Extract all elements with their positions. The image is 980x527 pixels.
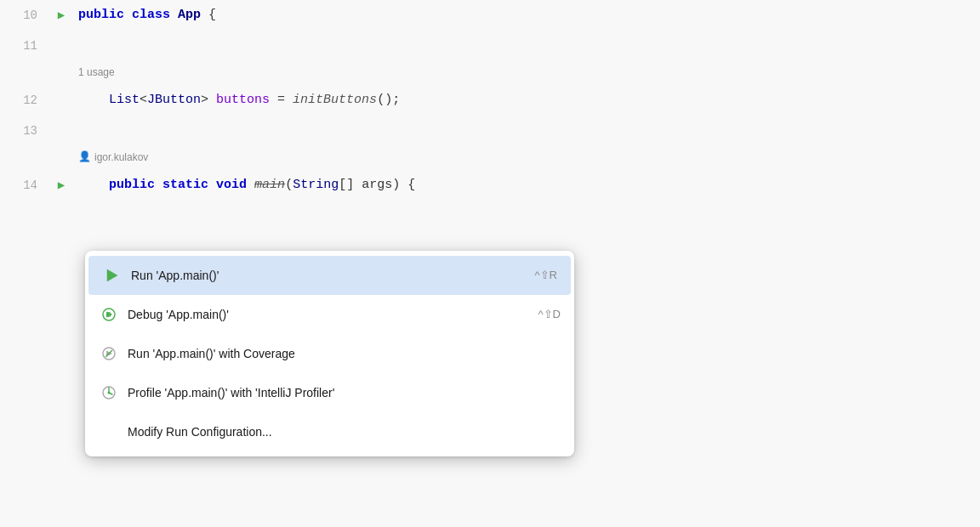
run-gutter-10[interactable]: ▶ <box>51 6 71 25</box>
user-icon: 👤 <box>78 150 91 166</box>
line-number-13: 13 <box>0 122 51 140</box>
line-number-11: 11 <box>0 37 51 55</box>
modify-icon <box>99 422 119 442</box>
menu-run-label: Run 'App.main()' <box>131 266 518 285</box>
menu-debug-label: Debug 'App.main()' <box>128 305 521 324</box>
code-line-11: 11 <box>0 31 980 61</box>
code-editor: 10 ▶ public class App { 11 1 usage 12 Li… <box>0 0 980 527</box>
svg-point-7 <box>108 392 111 394</box>
menu-item-debug[interactable]: Debug 'App.main()' ^⇧D <box>85 295 574 334</box>
line-number-12: 12 <box>0 91 51 110</box>
menu-item-run[interactable]: Run 'App.main()' ^⇧R <box>88 256 571 295</box>
code-text-14: public static void main(String[] args) { <box>71 175 415 196</box>
menu-run-shortcut: ^⇧R <box>535 267 558 285</box>
user-annotation-text: igor.kulakov <box>94 150 148 166</box>
coverage-icon <box>99 343 119 364</box>
usage-annotation: 1 usage <box>0 61 980 85</box>
debug-icon <box>99 304 119 325</box>
menu-profiler-label: Profile 'App.main()' with 'IntelliJ Prof… <box>128 383 561 402</box>
usage-annotation-text: 1 usage <box>78 65 115 81</box>
code-line-12: 12 List<JButton> buttons = initButtons()… <box>0 85 980 116</box>
line-number-14: 14 <box>0 176 51 195</box>
menu-item-profiler[interactable]: Profile 'App.main()' with 'IntelliJ Prof… <box>85 373 574 412</box>
line-number-10: 10 <box>0 6 51 25</box>
menu-coverage-label: Run 'App.main()' with Coverage <box>128 344 561 363</box>
context-menu: Run 'App.main()' ^⇧R Debug 'App.main()' … <box>85 251 574 456</box>
svg-marker-0 <box>107 269 117 281</box>
code-text-12: List<JButton> buttons = initButtons(); <box>71 90 400 110</box>
play-icon <box>102 265 122 286</box>
profiler-icon <box>99 382 119 403</box>
run-gutter-14[interactable]: ▶ <box>51 176 71 195</box>
menu-item-modify[interactable]: Modify Run Configuration... <box>85 412 574 451</box>
menu-item-coverage[interactable]: Run 'App.main()' with Coverage <box>85 334 574 373</box>
run-arrow-10[interactable]: ▶ <box>58 6 65 25</box>
code-line-14: 14 ▶ public static void main(String[] ar… <box>0 170 980 201</box>
user-annotation: 👤 igor.kulakov <box>0 146 980 170</box>
code-text-10: public class App { <box>71 5 216 26</box>
code-line-13: 13 <box>0 116 980 146</box>
code-line-10: 10 ▶ public class App { <box>0 0 980 31</box>
menu-modify-label: Modify Run Configuration... <box>128 422 561 441</box>
menu-debug-shortcut: ^⇧D <box>538 306 561 324</box>
run-arrow-14[interactable]: ▶ <box>58 176 65 195</box>
